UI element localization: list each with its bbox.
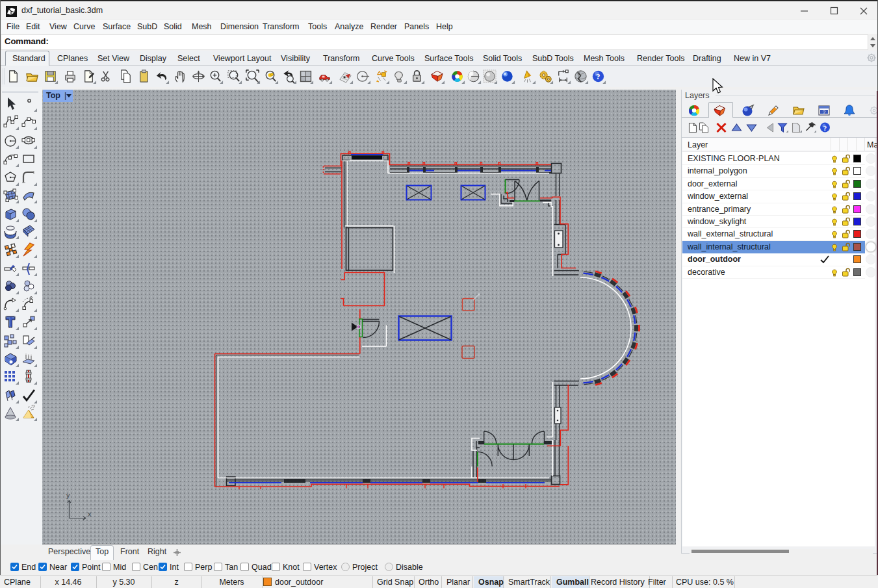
svg-text:?: ? — [596, 72, 600, 81]
svg-text:?: ? — [823, 124, 827, 132]
svg-text:?: ? — [823, 109, 826, 115]
svg-text:x: x — [88, 510, 92, 518]
svg-text:y: y — [66, 491, 70, 499]
